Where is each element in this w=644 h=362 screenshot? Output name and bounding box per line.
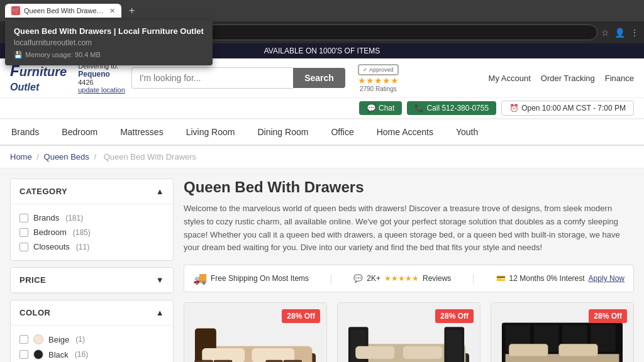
breadcrumb-sep-2: / [94,152,98,162]
new-tab-button[interactable]: + [125,4,138,18]
filter-black[interactable]: Black (16) [19,347,164,362]
tooltip-popup: Queen Bed With Drawers | Local Furniture… [5,20,213,65]
tooltip-url: localfurnitureoutlet.com [14,38,204,47]
filter-closeouts-label: Closeouts [33,242,70,251]
reviews-label: Reviews [423,274,451,283]
hours-display: ⏰ Open 10:00 AM CST - 7:00 PM [501,101,634,116]
speech-icon: 💬 [353,274,363,283]
memory-icon: 💾 [14,51,23,59]
svg-rect-20 [447,330,462,362]
product-card[interactable]: 28% Off [337,302,480,362]
svg-rect-36 [558,344,597,356]
clock-icon: ⏰ [509,104,519,112]
main-nav: Brands Bedroom Mattresses Living Room Di… [0,119,644,146]
nav-living-room[interactable]: Living Room [175,119,247,145]
tab-favicon: 🛒 [11,6,20,15]
top-nav-links: My Account Order Tracking Finance [489,74,634,83]
feature-shipping: 🚚 Free Shipping On Most Items [193,272,309,285]
product-card[interactable]: 28% Off [184,302,327,362]
call-button[interactable]: 📞 Call 512-380-0755 [407,101,496,115]
nav-home-accents[interactable]: Home Accents [365,119,445,145]
finance-link[interactable]: Finance [605,74,634,83]
page-title: Queen Bed With Drawers [184,178,634,196]
call-label: Call 512-380-0755 [426,104,489,112]
filter-bedroom-count: (185) [73,228,91,237]
financing-text: 12 Months 0% Interest [509,274,585,283]
tab-close-icon[interactable]: ✕ [109,7,115,15]
color-filter-header[interactable]: COLOR ▲ [11,300,173,326]
filter-beige[interactable]: Beige (1) [19,332,164,347]
svg-rect-22 [403,346,442,359]
search-button[interactable]: Search [293,68,345,88]
nav-brands[interactable]: Brands [0,119,50,145]
product-card[interactable]: 28% Off [491,302,634,362]
svg-rect-5 [252,348,294,362]
approved-badge: ✓ Approved [358,64,399,75]
nav-office[interactable]: Office [319,119,365,145]
reviews-count: 2K+ [367,274,380,283]
rating-stars: ★★★★★ [358,75,399,85]
order-tracking-link[interactable]: Order Tracking [541,74,595,83]
chat-button[interactable]: 💬 Chat [359,101,402,115]
phone-icon: 📞 [414,104,424,112]
category-filter-header[interactable]: CATEGORY ▲ [11,179,173,204]
utility-bar: 💬 Chat 📞 Call 512-380-0755 ⏰ Open 10:00 … [0,98,644,119]
browser-chrome: 🛒 Queen Bed With Drawers | Local F... ✕ … [0,0,644,21]
content-area: CATEGORY ▲ Brands (181) Bedroom (185) [0,168,644,362]
logo[interactable]: Furniture Outlet [10,63,67,93]
nav-youth[interactable]: Youth [445,119,489,145]
my-account-link[interactable]: My Account [489,74,531,83]
bookmark-icon[interactable]: ☆ [601,28,609,38]
products-area: Queen Bed With Drawers Welcome to the ma… [184,178,634,362]
filter-bedroom-checkbox[interactable] [19,228,28,237]
chat-label: Chat [379,104,394,112]
update-location-link[interactable]: update location [78,86,125,94]
hours-text: Open 10:00 AM CST - 7:00 PM [521,104,626,112]
review-stars: ★★★★★ [384,274,419,283]
svg-rect-4 [202,348,245,362]
nav-mattresses[interactable]: Mattresses [109,119,174,145]
price-expand-icon: ▼ [156,275,164,285]
shipping-text: Free Shipping On Most Items [211,274,309,283]
memory-text: Memory usage: 90.4 MB [25,51,101,58]
filter-brands-count: (181) [65,214,83,222]
discount-badge: 28% Off [435,309,474,323]
discount-badge: 28% Off [589,309,627,323]
filter-closeouts[interactable]: Closeouts (11) [19,239,164,254]
filter-black-count: (16) [75,350,88,359]
filter-bedroom[interactable]: Bedroom (185) [19,225,164,239]
filter-brands-checkbox[interactable] [19,214,28,222]
banner-text: AVAILABLE ON 1000'S OF ITEMS [264,47,380,55]
nav-dining-room[interactable]: Dining Room [246,119,319,145]
delivering-location: Pequeno [78,70,125,79]
filter-closeouts-checkbox[interactable] [19,243,28,251]
search-input[interactable] [131,67,293,89]
black-swatch [33,349,43,359]
tooltip-memory: 💾 Memory usage: 90.4 MB [14,51,204,59]
product-grid: 28% Off [184,302,634,362]
browser-tab[interactable]: 🛒 Queen Bed With Drawers | Local F... ✕ [5,4,121,18]
filter-black-checkbox[interactable] [19,350,28,359]
color-filter-body: Beige (1) Black (16) Blue (1) [11,326,173,362]
browser-actions: ☆ 👤 ⋮ [601,28,639,38]
color-filter: COLOR ▲ Beige (1) Black (16) [10,300,174,362]
price-filter: PRICE ▼ [10,267,174,293]
breadcrumb-current: Queen Bed With Drawers [104,152,196,162]
breadcrumb-queen-beds[interactable]: Queen Beds [44,152,89,162]
breadcrumb-home[interactable]: Home [10,152,32,162]
feature-financing: 💳 12 Months 0% Interest Apply Now [496,274,625,283]
category-filter: CATEGORY ▲ Brands (181) Bedroom (185) [10,178,174,261]
nav-bedroom[interactable]: Bedroom [50,119,109,145]
page-description: Welcome to the marvelous world of queen … [184,202,634,255]
chat-icon: 💬 [367,104,376,112]
apply-now-link[interactable]: Apply Now [589,274,625,283]
filter-beige-checkbox[interactable] [19,335,28,344]
profile-icon[interactable]: 👤 [614,28,625,38]
menu-icon[interactable]: ⋮ [630,28,639,38]
filter-brands[interactable]: Brands (181) [19,211,164,225]
filter-bedroom-label: Bedroom [33,228,67,237]
delivering-box: Delivering to: Pequeno 4426 update locat… [78,62,125,94]
price-filter-header[interactable]: PRICE ▼ [11,268,173,293]
svg-rect-21 [355,346,394,359]
price-label: PRICE [19,275,46,285]
